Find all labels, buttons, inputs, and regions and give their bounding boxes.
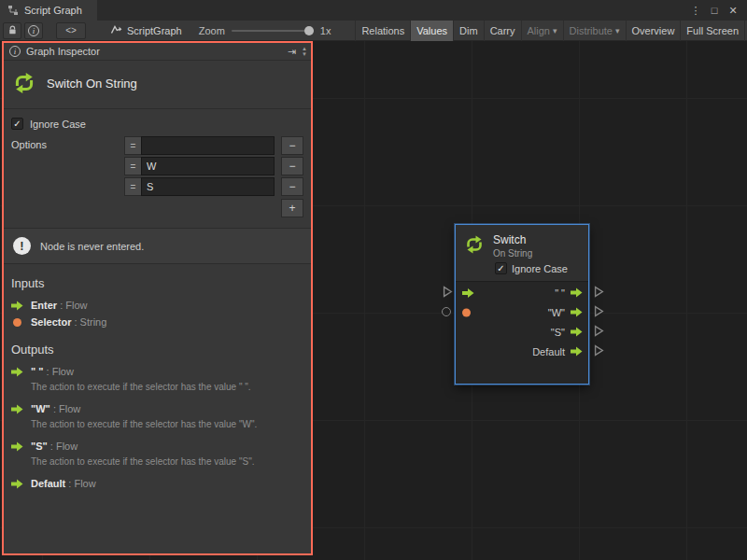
code-view-button[interactable]: <> (56, 22, 86, 39)
pin-type: Flow (74, 478, 95, 489)
zoom-slider-knob[interactable] (304, 26, 314, 35)
view-buttons: Relations Values Dim Carry Align▾ Distri… (355, 21, 745, 41)
external-out-port-default[interactable] (594, 344, 604, 357)
flow-port-icon (11, 479, 23, 489)
script-graph-icon (7, 5, 19, 16)
code-icon: <> (65, 25, 77, 35)
drag-handle-icon[interactable]: = (124, 136, 141, 155)
inputs-heading: Inputs (11, 276, 303, 290)
values-button[interactable]: Values (410, 21, 453, 41)
pin-name: Enter (31, 300, 57, 311)
pin-description: The action to execute if the selector ha… (31, 418, 303, 430)
node-header[interactable]: Switch On String ✓ Ignore Case (456, 225, 588, 282)
flow-out-port[interactable] (571, 346, 583, 357)
output-pin-row: Default : Flow (4, 475, 311, 492)
node-port-row: " " (456, 283, 588, 302)
external-out-port-space[interactable] (594, 286, 604, 298)
flow-port-icon (11, 404, 23, 414)
add-option-button[interactable]: + (281, 199, 303, 217)
close-icon[interactable]: ✕ (725, 2, 741, 19)
remove-option-button[interactable]: − (281, 136, 303, 155)
dim-button[interactable]: Dim (453, 21, 484, 41)
drag-handle-icon[interactable]: = (124, 157, 141, 175)
check-icon: ✓ (497, 263, 504, 273)
flow-in-port[interactable] (462, 287, 474, 298)
option-value-input[interactable] (141, 177, 275, 196)
dock-icon[interactable]: ⇥ (286, 46, 298, 58)
align-dropdown[interactable]: Align▾ (521, 21, 563, 41)
graph-inspector-panel: i Graph Inspector ⇥ ▲ ▼ Switch On String (2, 41, 313, 555)
option-value-input[interactable] (141, 136, 275, 155)
pin-type: String (80, 316, 107, 328)
pin-name: "W" (31, 403, 50, 414)
flow-out-port[interactable] (571, 287, 583, 298)
output-pin-row: "W" : Flow (4, 400, 311, 417)
flow-port-icon (11, 441, 23, 452)
input-pin-row: Enter : Flow (4, 297, 311, 314)
graph-toolbar: i <> ScriptGraph Zoom 1x Relations Value… (0, 21, 747, 41)
info-button[interactable]: i (24, 22, 43, 39)
node-port-row: "S" (456, 322, 588, 342)
full-screen-button[interactable]: Full Screen (680, 21, 745, 41)
option-value-input[interactable] (141, 157, 275, 175)
external-out-port-w[interactable] (594, 305, 604, 317)
relations-button[interactable]: Relations (355, 21, 410, 41)
drag-handle-icon[interactable]: = (124, 177, 141, 196)
tab-title: Script Graph (24, 5, 82, 16)
node-ignore-case-checkbox[interactable]: ✓ (495, 262, 507, 274)
output-pin-row: " " : Flow (4, 363, 311, 380)
inspector-header: i Graph Inspector ⇥ ▲ ▼ (4, 43, 311, 61)
options-section: Options = − = − = − + (4, 133, 311, 217)
kebab-menu-icon[interactable]: ⋮ (687, 2, 704, 19)
switch-on-string-node[interactable]: Switch On String ✓ Ignore Case " " (455, 224, 589, 385)
tab-script-graph[interactable]: Script Graph (0, 0, 97, 21)
value-port-icon (11, 318, 23, 327)
node-subtitle: On String (493, 248, 532, 259)
inspector-title: Graph Inspector (26, 46, 100, 57)
external-out-port-s[interactable] (594, 325, 604, 337)
zoom-slider-track (232, 30, 314, 32)
node-port-row: "W" (456, 302, 588, 322)
pin-type: Flow (65, 300, 87, 311)
outputs-heading: Outputs (11, 343, 303, 357)
carry-button[interactable]: Carry (484, 21, 521, 41)
lock-button[interactable] (3, 22, 21, 39)
remove-option-button[interactable]: − (281, 177, 303, 196)
node-title: Switch (493, 233, 532, 246)
pin-name: Default (31, 478, 65, 489)
distribute-dropdown[interactable]: Distribute▾ (563, 21, 626, 41)
graph-breadcrumb[interactable]: ScriptGraph (110, 24, 182, 36)
zoom-slider[interactable] (232, 25, 314, 36)
node-body: " " "W" (456, 282, 588, 361)
zoom-control: Zoom 1x (199, 25, 331, 36)
unity-visual-scripting-window: { "window": { "tab_title": "Script Graph… (0, 0, 747, 560)
lock-icon (7, 25, 18, 35)
content-area: Switch On String ✓ Ignore Case " " (0, 41, 747, 560)
pin-type: Flow (52, 366, 74, 377)
option-row: = − (124, 176, 303, 197)
warning-text: Node is never entered. (40, 241, 144, 252)
options-label: Options (11, 135, 47, 150)
scroll-down-icon[interactable]: ▼ (302, 51, 307, 57)
maximize-icon[interactable]: □ (706, 2, 723, 19)
ignore-case-checkbox[interactable]: ✓ (11, 118, 23, 130)
overview-button[interactable]: Overview (626, 21, 681, 41)
selector-value-port[interactable] (462, 308, 471, 316)
flow-port-icon (11, 301, 23, 311)
warning-banner: ! Node is never entered. (4, 228, 311, 264)
warning-icon: ! (13, 237, 31, 255)
remove-option-button[interactable]: − (281, 157, 303, 175)
pin-name: "S" (31, 441, 48, 452)
external-selector-port[interactable] (442, 307, 451, 316)
output-pin-row: "S" : Flow (4, 438, 311, 455)
flow-out-port[interactable] (571, 307, 583, 317)
input-pin-row: Selector : String (4, 314, 311, 330)
flow-out-port[interactable] (571, 327, 583, 337)
option-row: = − (124, 135, 303, 156)
chevron-down-icon: ▾ (553, 26, 557, 35)
external-flow-in-port[interactable] (443, 286, 453, 298)
node-output-label: "S" (551, 327, 565, 338)
scrollbar-steppers[interactable]: ▲ ▼ (302, 46, 308, 57)
pin-type: Flow (59, 403, 80, 414)
pin-description: The action to execute if the selector ha… (31, 381, 303, 393)
